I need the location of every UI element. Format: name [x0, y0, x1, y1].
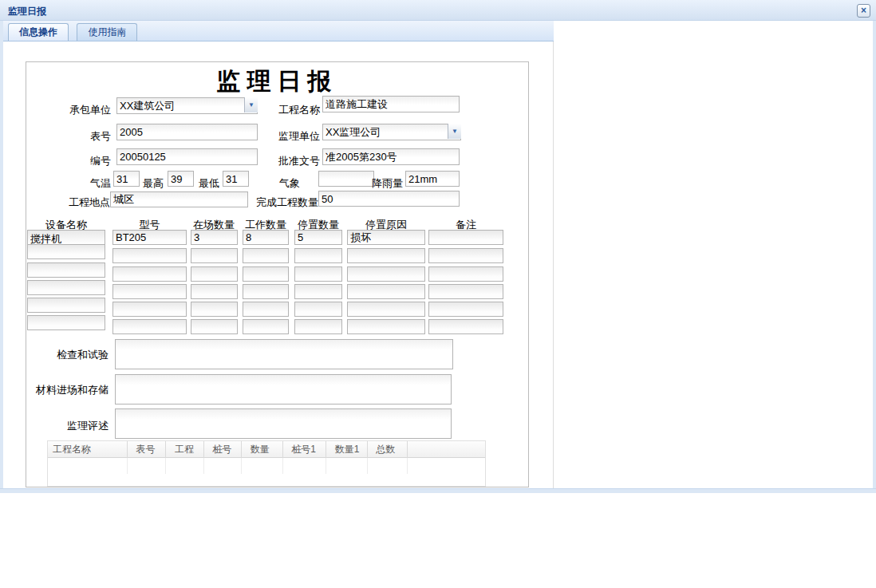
contractor-select[interactable]: ▼ [116, 97, 258, 114]
approval-no-label: 批准文号 [266, 154, 320, 167]
equipment-cell[interactable] [243, 284, 289, 299]
equipment-cell[interactable] [347, 319, 425, 334]
equipment-cell[interactable] [294, 248, 342, 263]
equipment-cell[interactable] [191, 266, 238, 282]
weather-label: 气象 [266, 176, 300, 189]
chevron-down-icon[interactable]: ▼ [244, 97, 258, 112]
equipment-row [26, 230, 528, 245]
equipment-row [26, 248, 528, 263]
summary-grid-header: 工程名称 表号 工程 桩号 数量 桩号1 数量1 总数 [48, 441, 485, 458]
completed-qty-input[interactable] [318, 191, 460, 207]
equipment-row [26, 319, 528, 334]
approval-no-input[interactable] [322, 148, 460, 165]
inspection-label: 检查和试验 [26, 348, 109, 361]
equipment-cell[interactable] [294, 266, 342, 282]
contractor-value[interactable] [116, 97, 258, 114]
summary-grid: 工程名称 表号 工程 桩号 数量 桩号1 数量1 总数 [47, 440, 486, 487]
equipment-cell[interactable] [27, 315, 105, 330]
equipment-cell[interactable] [294, 302, 342, 317]
equipment-cell[interactable] [243, 266, 289, 282]
equipment-cell[interactable] [428, 230, 503, 245]
equipment-cell[interactable] [347, 230, 425, 245]
equipment-cell[interactable] [27, 280, 105, 295]
weather-input[interactable] [318, 171, 374, 187]
temp-max-label: 最高 [143, 176, 165, 189]
grid-header-filler [412, 441, 514, 458]
close-icon[interactable]: × [857, 4, 870, 18]
equipment-cell[interactable] [112, 230, 187, 245]
grid-header-total[interactable]: 总数 [371, 441, 408, 458]
equipment-cell[interactable] [347, 302, 425, 317]
chevron-down-icon[interactable]: ▼ [448, 124, 461, 139]
rainfall-label: 降雨量 [371, 176, 403, 189]
equipment-cell[interactable] [428, 302, 503, 317]
equipment-cell[interactable] [347, 248, 425, 263]
window-title: 监理日报 [8, 5, 46, 18]
review-textarea[interactable] [115, 408, 452, 439]
equipment-cell[interactable] [191, 284, 238, 299]
equipment-cell[interactable] [112, 319, 187, 334]
equipment-cell[interactable] [243, 302, 289, 317]
equipment-cell[interactable] [191, 319, 238, 334]
temperature-label: 气温 [26, 176, 111, 189]
serial-no-label: 编号 [26, 154, 111, 167]
page: 监理日报 × 信息操作 使用指南 监理日报 承包单位 ▼ 工程名称 表号 监理单… [0, 0, 876, 588]
equipment-cell[interactable] [27, 262, 105, 278]
temperature-input[interactable] [113, 171, 140, 187]
project-name-label: 工程名称 [266, 103, 320, 116]
tab-info-operation[interactable]: 信息操作 [8, 23, 69, 41]
inspection-textarea[interactable] [115, 339, 453, 369]
materials-textarea[interactable] [115, 374, 452, 404]
grid-header-stake[interactable]: 桩号 [207, 441, 242, 458]
equipment-cell[interactable] [243, 319, 289, 334]
equipment-cell[interactable] [294, 284, 342, 299]
temp-min-label: 最低 [199, 176, 221, 189]
grid-empty-cell [371, 458, 408, 474]
serial-no-input[interactable] [116, 148, 258, 165]
grid-header-stake1[interactable]: 桩号1 [286, 441, 326, 458]
form-no-input[interactable] [116, 124, 258, 140]
equipment-cell[interactable] [27, 298, 105, 313]
equipment-cell[interactable] [294, 319, 342, 334]
grid-header-qty[interactable]: 数量 [246, 441, 283, 458]
window-border-bottom [0, 488, 876, 493]
equipment-cell[interactable] [428, 248, 503, 263]
equipment-cell[interactable] [112, 302, 187, 317]
grid-empty-cell [246, 458, 283, 474]
equipment-cell[interactable] [191, 248, 238, 263]
grid-header-project[interactable]: 工程名称 [48, 441, 128, 458]
completed-qty-label: 完成工程数量 [251, 195, 318, 208]
equipment-cell[interactable] [191, 230, 238, 245]
grid-empty-cell [48, 458, 128, 474]
equipment-cell[interactable] [112, 266, 187, 282]
grid-header-qty1[interactable]: 数量1 [330, 441, 368, 458]
location-input[interactable] [110, 191, 248, 207]
supervisor-select[interactable]: ▼ [322, 124, 461, 140]
grid-header-work[interactable]: 工程 [170, 441, 204, 458]
equipment-cell[interactable] [243, 248, 289, 263]
equipment-cell[interactable] [428, 319, 503, 334]
tab-usage-guide[interactable]: 使用指南 [77, 23, 137, 41]
daily-report-form: 监理日报 承包单位 ▼ 工程名称 表号 监理单位 ▼ 编号 批准文号 气温 最高… [26, 61, 529, 487]
contractor-label: 承包单位 [26, 103, 111, 116]
supervisor-label: 监理单位 [266, 129, 320, 142]
equipment-cell[interactable] [428, 284, 503, 299]
rainfall-input[interactable] [405, 171, 460, 187]
supervisor-value[interactable] [322, 124, 461, 140]
equipment-cell[interactable] [347, 284, 425, 299]
equipment-cell[interactable] [347, 266, 425, 282]
equipment-cell[interactable] [243, 230, 289, 245]
equipment-cell[interactable] [27, 244, 105, 259]
grid-empty-cell [286, 458, 326, 474]
equipment-cell[interactable] [112, 248, 187, 263]
right-blank-panel [554, 22, 873, 488]
temp-min-input[interactable] [223, 171, 249, 187]
equipment-cell[interactable] [112, 284, 187, 299]
temp-max-input[interactable] [168, 171, 194, 187]
project-name-input[interactable] [322, 96, 460, 112]
equipment-cell[interactable] [294, 230, 342, 245]
grid-header-form-no[interactable]: 表号 [131, 441, 166, 458]
equipment-cell[interactable] [428, 266, 503, 282]
materials-label: 材料进场和存储 [26, 383, 109, 396]
equipment-cell[interactable] [191, 302, 238, 317]
